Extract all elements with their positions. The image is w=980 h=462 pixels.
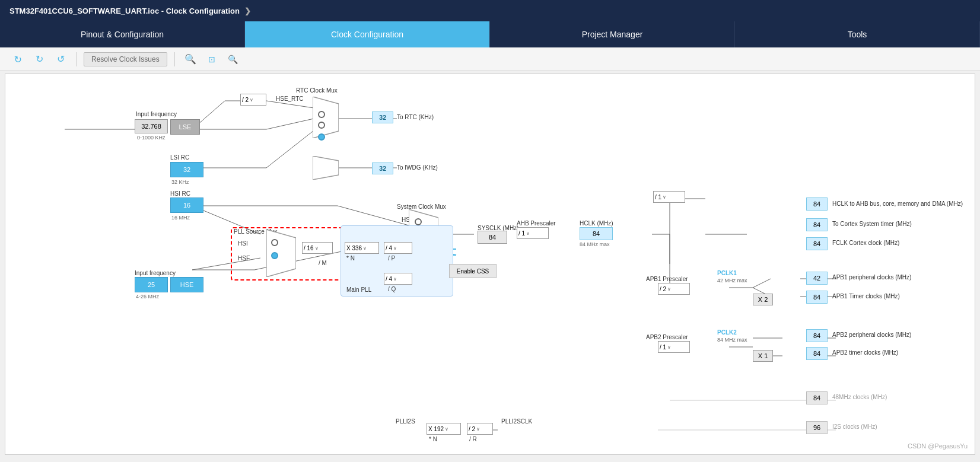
pll-q-label: / Q	[388, 286, 396, 292]
zoom-out-icon[interactable]: 🔍	[225, 51, 241, 68]
apb2-timer-label: APB2 timer clocks (MHz)	[832, 349, 898, 356]
fclk-label: FCLK Cortex clock (MHz)	[832, 240, 899, 246]
redo-button[interactable]: ↻	[31, 51, 47, 68]
plli2s-n-select[interactable]: X 192	[427, 423, 461, 435]
sys-mux-hsi-radio[interactable]	[415, 218, 422, 225]
apb1-timer-label: APB1 Timer clocks (MHz)	[832, 293, 900, 299]
apb1-prescaler-select[interactable]: / 2	[658, 283, 690, 295]
rtc-mux-lsi-radio[interactable]	[318, 133, 325, 141]
svg-marker-50	[313, 97, 339, 138]
tab-tools[interactable]: Tools	[735, 21, 980, 47]
clk48-value: 84	[806, 391, 828, 404]
pclk2-max: 84 MHz max	[717, 337, 747, 343]
iwdg-out-label: To IWDG (KHz)	[397, 164, 438, 171]
pclk1-label: PCLK1	[717, 270, 737, 276]
svg-marker-53	[266, 230, 296, 277]
hclk-max: 84 MHz max	[580, 241, 610, 247]
toolbar-separator-1	[76, 52, 77, 66]
lsi-block: 32	[170, 162, 203, 177]
hclk-box: 84	[580, 227, 613, 240]
main-content: Input frequency 32.768 0-1000 KHz LSE LS…	[5, 74, 975, 455]
pll-hse-label: HSE	[238, 255, 250, 262]
lsi-khz: 32 KHz	[171, 179, 189, 185]
pll-m-label: / M	[319, 260, 327, 266]
title-bar: STM32F401CCU6_SOFTWARE_UART.ioc - Clock …	[0, 0, 980, 21]
fclk-value: 84	[806, 237, 828, 250]
main-pll-label: Main PLL	[346, 286, 371, 293]
title-arrow: ❯	[244, 7, 251, 15]
hclk-ahb-label: HCLK to AHB bus, core, memory and DMA (M…	[832, 200, 963, 207]
plli2sclk-label: PLLI2SCLK	[501, 418, 532, 425]
sysclk-box[interactable]: 84	[478, 231, 507, 244]
undo-button[interactable]: ↺	[9, 51, 26, 68]
apb1-timer-mul: X 2	[753, 294, 773, 305]
svg-line-3	[266, 119, 314, 129]
pclk2-label: PCLK2	[717, 329, 737, 336]
rtc-mux-shape	[313, 97, 339, 138]
clk48-label: 48MHz clocks (MHz)	[832, 394, 887, 400]
tab-clock[interactable]: Clock Configuration	[245, 21, 490, 47]
pll-p-label: / P	[388, 255, 395, 262]
apb1-prescaler-label: APB1 Prescaler	[646, 276, 688, 282]
pll-n-label: * N	[346, 255, 355, 262]
resolve-clock-button[interactable]: Resolve Clock Issues	[84, 52, 167, 66]
svg-marker-51	[313, 156, 339, 180]
apb2-prescaler-select[interactable]: / 1	[658, 341, 690, 353]
iwdg-out-value: 32	[372, 163, 393, 174]
hclk-ahb-value: 84	[806, 197, 828, 211]
lsi-label: LSI RC	[170, 154, 189, 161]
lse-range-label: 0-1000 KHz	[137, 135, 166, 141]
apb1-timer-value: 84	[806, 291, 828, 304]
plli2s-n-label: * N	[429, 436, 437, 442]
lse-value-box[interactable]: 32.768	[135, 119, 168, 133]
nav-tabs: Pinout & Configuration Clock Configurati…	[0, 21, 980, 47]
fit-icon[interactable]: ⊡	[203, 51, 220, 68]
iwdg-mux-shape	[313, 156, 339, 180]
lse-block: LSE	[170, 119, 200, 135]
clock-diagram: Input frequency 32.768 0-1000 KHz LSE LS…	[5, 74, 975, 454]
hse-div2-select[interactable]: / 2	[240, 94, 266, 106]
i2s-label: I2S clocks (MHz)	[832, 423, 877, 430]
i2s-value: 96	[806, 421, 828, 434]
pll-mux-shape	[266, 230, 296, 277]
hsi-mhz: 16 MHz	[171, 215, 190, 221]
main-pll-area	[341, 225, 453, 297]
rtc-mux-lse-radio[interactable]	[318, 122, 325, 129]
apb1-periph-value: 42	[806, 272, 828, 285]
title-text: STM32F401CCU6_SOFTWARE_UART.ioc - Clock …	[9, 7, 240, 15]
toolbar: ↺ ↻ ↺ Resolve Clock Issues 🔍 ⊡ 🔍	[0, 47, 980, 71]
enable-css-button[interactable]: Enable CSS	[449, 264, 497, 278]
cortex-timer-value: 84	[806, 218, 828, 231]
plli2s-label: PLLI2S	[396, 418, 415, 425]
rtc-mux-hse-radio[interactable]	[318, 111, 325, 118]
tab-project[interactable]: Project Manager	[490, 21, 735, 47]
hclk-label: HCLK (MHz)	[580, 220, 613, 227]
rtc-out-label: To RTC (KHz)	[397, 114, 434, 120]
pll-mux-hsi-radio[interactable]	[271, 239, 278, 246]
apb2-timer-value: 84	[806, 347, 828, 360]
hse-value-box[interactable]: 25	[135, 277, 168, 292]
svg-line-29	[753, 279, 771, 288]
ahb-prescaler-select[interactable]: / 1	[517, 227, 549, 239]
pclk1-max: 42 MHz max	[717, 278, 747, 283]
ahb-prescaler-label: AHB Prescaler	[517, 220, 556, 227]
apb2-periph-label: APB2 peripheral clocks (MHz)	[832, 332, 911, 338]
pll-m-select[interactable]: / 16	[302, 242, 333, 254]
pll-n-select[interactable]: X 336	[345, 242, 379, 254]
tab-pinout[interactable]: Pinout & Configuration	[0, 21, 245, 47]
pll-q-select[interactable]: / 4	[384, 273, 412, 285]
apb1-periph-label: APB1 peripheral clocks (MHz)	[832, 274, 911, 281]
refresh-button[interactable]: ↺	[52, 51, 69, 68]
plli2s-r-select[interactable]: / 2	[467, 423, 493, 435]
pll-p-select[interactable]: / 4	[384, 242, 412, 254]
pll-mux-hse-radio[interactable]	[271, 252, 278, 259]
apb2-prescaler-label: APB2 Prescaler	[646, 334, 688, 340]
cortex-timer-label: To Cortex System timer (MHz)	[832, 221, 912, 227]
hse-range: 4-26 MHz	[136, 294, 159, 299]
csdn-watermark: CSDN @PegasusYu	[908, 442, 968, 450]
hse-input-label: Input frequency	[135, 270, 176, 276]
cortex-prescaler-select[interactable]: / 1	[653, 191, 685, 203]
zoom-in-icon[interactable]: 🔍	[182, 51, 199, 68]
hse-block: HSE	[170, 277, 203, 292]
hsi-block: 16	[170, 197, 203, 213]
